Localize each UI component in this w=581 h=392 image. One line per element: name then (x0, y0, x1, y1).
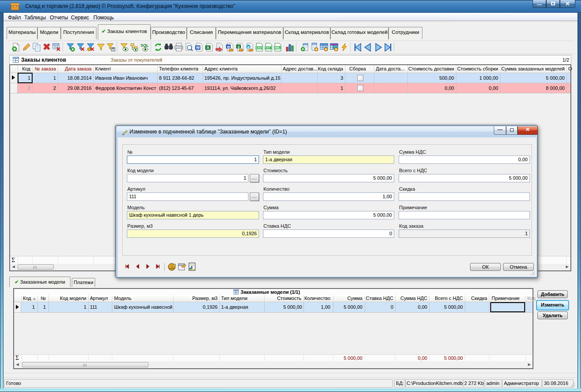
svg-text:e: e (248, 45, 250, 49)
svg-text:CSV: CSV (256, 46, 262, 49)
svg-text:XML: XML (274, 46, 281, 49)
svg-text:TXT: TXT (265, 46, 270, 49)
svg-text:SQL: SQL (141, 43, 149, 48)
svg-text:X: X (207, 45, 209, 50)
svg-text:W: W (196, 45, 200, 50)
svg-text:W: W (227, 45, 230, 49)
svg-text:X: X (237, 45, 240, 49)
